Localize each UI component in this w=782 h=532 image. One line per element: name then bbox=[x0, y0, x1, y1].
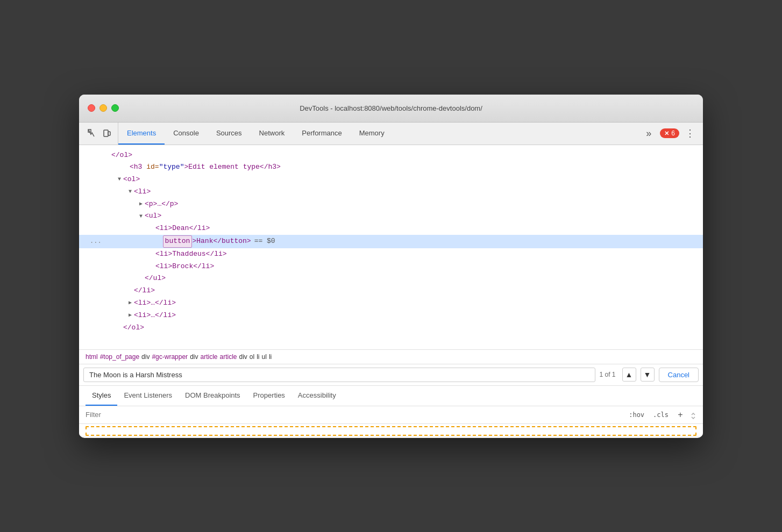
dom-tree: </ol> ▶ <h3 id="type">Edit element type<… bbox=[79, 145, 703, 349]
breadcrumb-item-ul[interactable]: ul bbox=[262, 353, 267, 361]
breadcrumb-item-li2[interactable]: li bbox=[269, 353, 272, 361]
new-rule-button[interactable]: + bbox=[675, 409, 686, 420]
breadcrumb-item-article1[interactable]: article bbox=[200, 353, 217, 361]
dom-line: <li> bbox=[79, 186, 703, 198]
search-count: 1 of 1 bbox=[600, 371, 616, 378]
dom-line: ▶ </ul> bbox=[79, 272, 703, 285]
more-tabs-button[interactable]: » bbox=[642, 126, 656, 141]
search-input[interactable] bbox=[83, 368, 595, 382]
dom-line: <ul> bbox=[79, 210, 703, 222]
tab-accessibility[interactable]: Accessibility bbox=[292, 386, 343, 406]
breadcrumb-item-div2[interactable]: div bbox=[190, 353, 198, 361]
tab-sources[interactable]: Sources bbox=[208, 123, 251, 145]
titlebar: DevTools - localhost:8080/web/tools/chro… bbox=[79, 95, 703, 123]
dom-line: ▶ <li>Thaddeus</li> bbox=[79, 248, 703, 261]
resize-handle bbox=[690, 409, 696, 420]
dom-line: ▶ <li>Dean</li> bbox=[79, 222, 703, 235]
window-title: DevTools - localhost:8080/web/tools/chro… bbox=[300, 104, 482, 112]
dom-line: <li>…</li> bbox=[79, 297, 703, 310]
error-count: 6 bbox=[671, 130, 675, 137]
error-badge[interactable]: ✕ 6 bbox=[660, 128, 679, 138]
svg-rect-1 bbox=[104, 130, 108, 136]
devtools-menu-button[interactable]: ⋮ bbox=[684, 127, 696, 140]
device-icon[interactable] bbox=[101, 127, 113, 140]
error-x-icon: ✕ bbox=[664, 130, 669, 137]
breadcrumb-item-top[interactable]: #top_of_page bbox=[100, 353, 139, 361]
window-controls bbox=[88, 104, 119, 112]
maximize-button[interactable] bbox=[111, 104, 119, 112]
inspect-icon[interactable] bbox=[86, 127, 98, 140]
tab-memory[interactable]: Memory bbox=[351, 123, 393, 145]
close-button[interactable] bbox=[88, 104, 95, 112]
dom-line: <p>…</p> bbox=[79, 198, 703, 211]
tab-dom-breakpoints[interactable]: DOM Breakpoints bbox=[179, 386, 247, 406]
breadcrumb-item-ol[interactable]: ol bbox=[250, 353, 254, 361]
search-bar: 1 of 1 ▲ ▼ Cancel bbox=[79, 364, 703, 386]
dom-line: <li>…</li> bbox=[79, 310, 703, 322]
dom-line: </ol> bbox=[79, 149, 703, 162]
breadcrumb-item-div1[interactable]: div bbox=[141, 353, 150, 361]
breadcrumb-item-gc-wrapper[interactable]: #gc-wrapper bbox=[152, 353, 188, 361]
search-prev-button[interactable]: ▲ bbox=[622, 368, 636, 382]
lower-tabs: Styles Event Listeners DOM Breakpoints P… bbox=[79, 386, 703, 406]
filter-input[interactable] bbox=[86, 411, 620, 419]
minimize-button[interactable] bbox=[99, 104, 107, 112]
dom-line: ▶ <li>Brock</li> bbox=[79, 261, 703, 273]
tabbar: Elements Console Sources Network Perform… bbox=[79, 123, 703, 145]
main-tabs: Elements Console Sources Network Perform… bbox=[118, 123, 637, 145]
hov-button[interactable]: :hov bbox=[627, 410, 646, 420]
breadcrumb-bar: html #top_of_page div #gc-wrapper div ar… bbox=[79, 349, 703, 364]
devtools-window: DevTools - localhost:8080/web/tools/chro… bbox=[79, 95, 703, 438]
breadcrumb-item-div3[interactable]: div bbox=[239, 353, 247, 361]
dom-line: ▶ </li> bbox=[79, 285, 703, 297]
tab-styles[interactable]: Styles bbox=[86, 386, 117, 406]
tab-performance[interactable]: Performance bbox=[293, 123, 350, 145]
tab-properties[interactable]: Properties bbox=[247, 386, 292, 406]
dashed-border-hint bbox=[86, 426, 696, 436]
filter-bar: :hov .cls + bbox=[79, 406, 703, 424]
lower-panel: Styles Event Listeners DOM Breakpoints P… bbox=[79, 386, 703, 436]
tab-network[interactable]: Network bbox=[251, 123, 294, 145]
devtools-icons bbox=[81, 123, 118, 145]
breadcrumb-item-article2[interactable]: article bbox=[219, 353, 237, 361]
svg-rect-2 bbox=[108, 132, 110, 135]
dom-line: ▶ </ol> bbox=[79, 322, 703, 334]
cls-button[interactable]: .cls bbox=[651, 410, 671, 420]
breadcrumb-item-li1[interactable]: li bbox=[257, 353, 259, 361]
tabbar-right: » ✕ 6 ⋮ bbox=[637, 123, 701, 145]
dom-line: <ol> bbox=[79, 174, 703, 186]
dom-line: ▶ <h3 id="type">Edit element type</h3> bbox=[79, 161, 703, 174]
dom-line-selected[interactable]: ... ▶ button>Hank</button> == $0 bbox=[79, 235, 703, 248]
tab-event-listeners[interactable]: Event Listeners bbox=[117, 386, 179, 406]
tab-console[interactable]: Console bbox=[165, 123, 208, 145]
search-next-button[interactable]: ▼ bbox=[641, 368, 655, 382]
breadcrumb-item-html[interactable]: html bbox=[86, 353, 98, 361]
search-cancel-button[interactable]: Cancel bbox=[659, 368, 699, 382]
tab-elements[interactable]: Elements bbox=[118, 123, 165, 145]
filter-actions: :hov .cls + bbox=[627, 409, 696, 420]
